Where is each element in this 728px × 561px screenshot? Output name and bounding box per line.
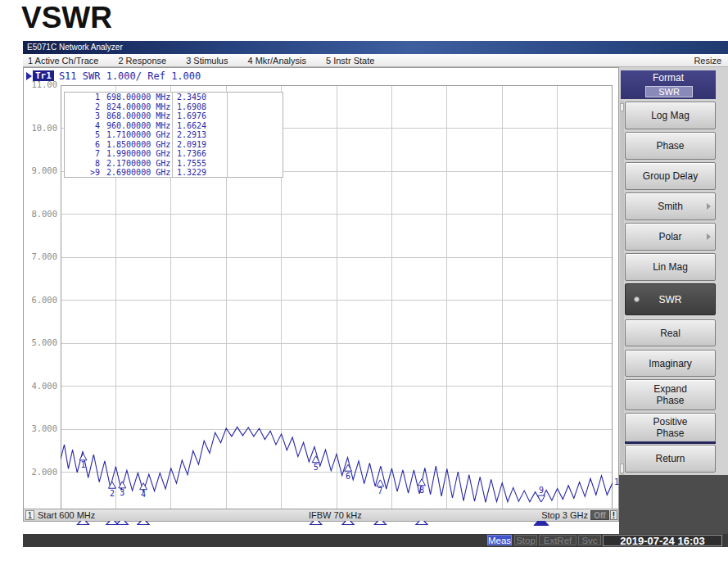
scrollbar-thumb-bottom[interactable]: [620, 464, 624, 473]
marker-frequency: 824.00000 MHz: [106, 102, 170, 112]
marker-frequency: 868.00000 MHz: [106, 111, 170, 121]
selected-bullet-icon: [634, 296, 640, 302]
marker-7-glyph-icon[interactable]: [377, 480, 384, 486]
softkey-expand-phase[interactable]: ExpandPhase: [625, 379, 716, 410]
menu-item-1[interactable]: 1 Active Ch/Trace: [28, 56, 98, 66]
marker-5-number: 5: [314, 463, 319, 472]
stimulus-bar: 1 Start 600 MHz IFBW 70 kHz Stop 3 GHz O…: [24, 509, 618, 521]
softkey-label: Group Delay: [643, 170, 698, 182]
marker-value: 1.6908: [173, 102, 228, 112]
page-title: VSWR: [21, 1, 112, 35]
y-tick-label: 11.00: [25, 79, 57, 91]
marker-number: 1: [65, 93, 100, 102]
marker-9-glyph-icon[interactable]: [537, 495, 545, 502]
sidebar-blank-area: [619, 475, 728, 534]
marker-table-row: 3868.00000 MHz1.6976: [65, 111, 283, 121]
marker-table-spacer: [228, 159, 283, 169]
softkey-scrollbar[interactable]: [620, 101, 624, 509]
menu-item-2[interactable]: 2 Response: [118, 56, 166, 66]
marker-frequency: 698.00000 MHz: [106, 93, 170, 102]
softkey-sidebar: Format SWR Log MagPhaseGroup DelaySmithP…: [619, 67, 728, 534]
softkey-label: Phase: [656, 395, 684, 406]
marker-table-spacer: [228, 111, 283, 121]
softkey-lin-mag[interactable]: Lin Mag: [625, 253, 716, 281]
off-indicator: Off: [590, 510, 609, 520]
submenu-arrow-icon: [707, 203, 711, 210]
marker-table-row: 1698.00000 MHz2.3450: [65, 93, 283, 102]
softkey-swr[interactable]: SWR: [625, 283, 716, 315]
marker-4-number: 4: [141, 490, 146, 499]
status-stop: Stop: [514, 535, 537, 545]
softkey-label: Return: [655, 453, 685, 464]
marker-frequency: 1.7100000 GHz: [106, 130, 170, 140]
softkey-return[interactable]: Return: [625, 445, 716, 473]
submenu-arrow-icon: [707, 233, 711, 240]
window-titlebar[interactable]: E5071C Network Analyzer: [23, 41, 728, 54]
softkey-menu-title: Format: [621, 70, 716, 85]
softkey-label: Phase: [656, 428, 684, 439]
softkey-label: Real: [660, 328, 681, 339]
softkey-imaginary[interactable]: Imaginary: [625, 350, 716, 377]
y-tick-label: 9.000: [25, 165, 57, 177]
menu-bar: 1 Active Ch/Trace2 Response3 Stimulus4 M…: [23, 54, 728, 67]
softkey-log-mag[interactable]: Log Mag: [625, 102, 716, 129]
marker-number: >9: [65, 168, 100, 178]
instrument-status-bar: Meas Stop ExtRef Svc 2019-07-24 16:03: [23, 534, 728, 547]
menu-item-resize[interactable]: Resize: [694, 56, 721, 66]
softkey-group-delay[interactable]: Group Delay: [625, 162, 716, 190]
marker-value: 1.6976: [173, 111, 228, 121]
y-tick-label: 7.000: [25, 251, 57, 263]
scrollbar-thumb-top[interactable]: [620, 103, 624, 111]
marker-value: 2.2913: [173, 130, 228, 140]
marker-table-row: 51.7100000 GHz2.2913: [65, 130, 283, 140]
marker-table-spacer: [228, 102, 283, 112]
ifbw-label: IFBW 70 kHz: [309, 510, 362, 520]
marker-value: 2.0919: [173, 140, 228, 150]
marker-table-row: 61.8500000 GHz2.0919: [65, 140, 283, 150]
softkey-label: Polar: [658, 231, 681, 242]
marker-value: 1.3229: [173, 168, 228, 178]
menu-item-4[interactable]: 4 Mkr/Analysis: [247, 56, 306, 66]
marker-8-glyph-icon[interactable]: [418, 479, 425, 486]
marker-number: 4: [65, 121, 100, 131]
marker-table-spacer: [228, 93, 283, 102]
y-tick-label: 8.000: [25, 209, 57, 220]
marker-8-number: 8: [419, 486, 424, 495]
softkey-label: Smith: [658, 201, 683, 212]
marker-frequency: 1.9900000 GHz: [106, 149, 170, 159]
marker-value: 2.3450: [173, 93, 228, 102]
softkey-polar[interactable]: Polar: [625, 223, 716, 251]
softkey-smith[interactable]: Smith: [625, 192, 716, 220]
menu-item-3[interactable]: 3 Stimulus: [186, 56, 228, 66]
marker-number: 3: [65, 111, 100, 121]
menu-item-5[interactable]: 5 Instr State: [326, 56, 374, 66]
softkey-real[interactable]: Real: [625, 319, 716, 346]
softkey-label: SWR: [659, 294, 682, 305]
y-tick-label: 5.000: [25, 337, 57, 349]
marker-table-row: 82.1700000 GHz1.7555: [65, 159, 283, 169]
marker-frequency: 960.00000 MHz: [106, 121, 170, 131]
marker-value: 1.6624: [173, 121, 228, 131]
marker-frequency: 2.6900000 GHz: [106, 168, 170, 178]
y-tick-label: 10.00: [25, 123, 57, 134]
marker-value: 1.7366: [173, 149, 228, 159]
marker-9-number: 9: [539, 486, 544, 495]
marker-table-row: >92.6900000 GHz1.3229: [65, 168, 283, 178]
marker-2-number: 2: [110, 489, 115, 498]
softkey-phase[interactable]: Phase: [625, 132, 716, 160]
marker-6-number: 6: [346, 472, 350, 481]
softkey-label: Imaginary: [649, 358, 692, 369]
marker-readout-table: 1698.00000 MHz2.34502824.00000 MHz1.6908…: [64, 92, 283, 178]
channel-number-box: 1: [25, 510, 34, 520]
marker-number: 6: [65, 140, 100, 150]
marker-1-glyph-icon[interactable]: [79, 454, 87, 460]
softkey-separator: [625, 441, 716, 444]
softkey-positive-phase[interactable]: PositivePhase: [625, 413, 716, 442]
marker-table-spacer: [228, 140, 283, 150]
plot-panel: Tr1 S11 SWR 1.000/ Ref 1.000 11.0010.009…: [23, 67, 619, 522]
status-svc: Svc: [578, 535, 601, 545]
marker-table-spacer: [228, 121, 283, 131]
softkey-label: Lin Mag: [653, 261, 688, 273]
marker-table-spacer: [228, 149, 283, 159]
marker-table-row: 2824.00000 MHz1.6908: [65, 102, 283, 112]
